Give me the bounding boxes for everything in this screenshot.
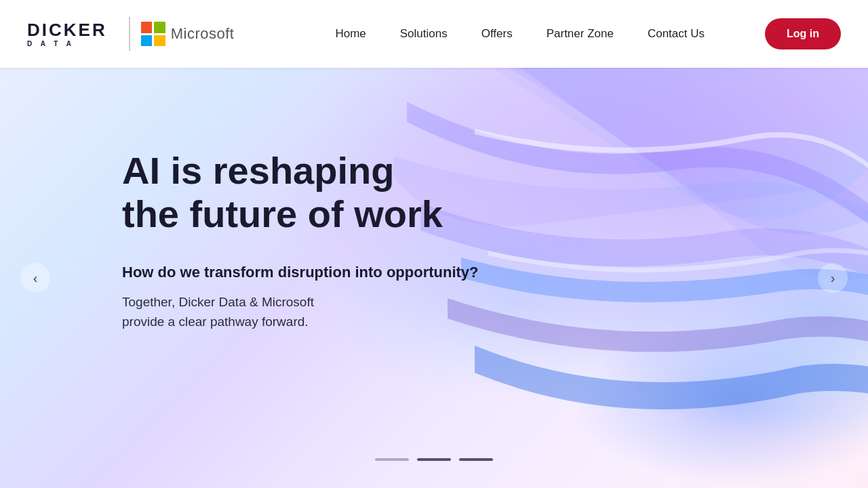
- nav-solutions[interactable]: Solutions: [400, 27, 448, 41]
- slide-dots: [375, 458, 493, 461]
- nav-offers[interactable]: Offers: [481, 27, 513, 41]
- microsoft-text: Microsoft: [171, 25, 235, 43]
- dicker-logo: DICKER D A T A: [27, 21, 107, 47]
- ms-red-square: [141, 22, 153, 33]
- nav-contact-us[interactable]: Contact Us: [648, 27, 705, 41]
- hero-subtitle: How do we transform disruption into oppo…: [122, 264, 479, 281]
- logo-divider: [129, 17, 130, 51]
- slide-dot-1[interactable]: [375, 458, 409, 461]
- hero-description: Together, Dicker Data & Microsoft provid…: [122, 292, 479, 332]
- hero-desc-line2: provide a clear pathway forward.: [122, 314, 309, 329]
- microsoft-logo: Microsoft: [141, 22, 235, 46]
- dicker-name-bottom: D A T A: [27, 40, 75, 47]
- nav-partner-zone[interactable]: Partner Zone: [547, 27, 614, 41]
- ms-blue-square: [141, 35, 153, 47]
- header: DICKER D A T A Microsoft Home Solutions …: [0, 0, 868, 68]
- logo-area: DICKER D A T A Microsoft: [27, 17, 234, 51]
- prev-arrow-button[interactable]: ‹: [20, 263, 50, 293]
- dicker-name-top: DICKER: [27, 21, 107, 39]
- hero-section: AI is reshaping the future of work How d…: [0, 68, 868, 488]
- hero-title-line1: AI is reshaping: [122, 149, 394, 192]
- ms-green-square: [154, 22, 165, 33]
- prev-arrow-icon: ‹: [33, 270, 38, 286]
- nav-home[interactable]: Home: [335, 27, 366, 41]
- hero-title-line2: the future of work: [122, 192, 443, 235]
- next-arrow-button[interactable]: ›: [818, 263, 848, 293]
- hero-title: AI is reshaping the future of work: [122, 149, 479, 237]
- ms-grid-icon: [141, 22, 165, 46]
- hero-content: AI is reshaping the future of work How d…: [122, 149, 479, 332]
- next-arrow-icon: ›: [831, 270, 835, 286]
- login-button[interactable]: Log in: [765, 18, 841, 49]
- slide-dot-3[interactable]: [459, 458, 493, 461]
- ms-yellow-square: [154, 35, 165, 47]
- slide-dot-2[interactable]: [417, 458, 451, 461]
- hero-desc-line1: Together, Dicker Data & Microsoft: [122, 295, 314, 309]
- main-nav: Home Solutions Offers Partner Zone Conta…: [275, 27, 765, 41]
